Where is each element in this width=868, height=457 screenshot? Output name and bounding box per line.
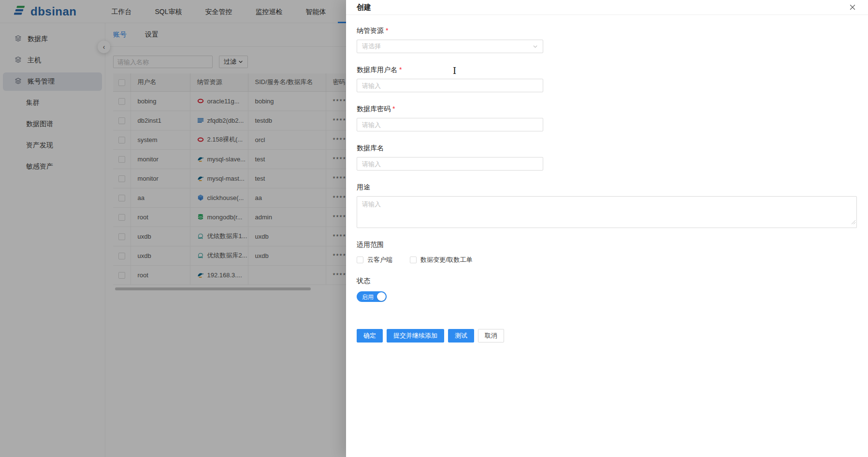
- db-username-input[interactable]: [357, 79, 543, 92]
- checkbox-label: 云客户端: [367, 256, 392, 264]
- scope-label: 适用范围: [357, 241, 856, 249]
- status-toggle-text: 启用: [362, 293, 374, 301]
- app-root: dbsinan 工作台SQL审核安全管控监控巡检智能体资产 数据库主机账号管理集…: [0, 0, 868, 457]
- checkbox-label: 数据变更/取数工单: [420, 256, 473, 264]
- drawer-header: 创建: [346, 0, 868, 15]
- create-drawer: 创建 纳管资源* 请选择 数: [346, 0, 868, 457]
- field-db-name: 数据库名: [357, 144, 856, 171]
- field-label: 数据库用户名*: [357, 66, 856, 74]
- scope-option-数据变更/取数工单: 数据变更/取数工单: [410, 256, 473, 264]
- 测试-button[interactable]: 测试: [448, 329, 474, 343]
- required-asterisk: *: [392, 105, 395, 113]
- db-password-input[interactable]: [357, 118, 543, 131]
- 提交并继续添加-button[interactable]: 提交并继续添加: [387, 329, 444, 343]
- managed-resource-select[interactable]: 请选择: [357, 40, 543, 53]
- checkbox[interactable]: [357, 257, 363, 263]
- status-toggle[interactable]: 启用: [357, 291, 387, 302]
- checkbox[interactable]: [410, 257, 417, 263]
- 取消-button[interactable]: 取消: [478, 329, 504, 343]
- select-placeholder: 请选择: [362, 42, 381, 51]
- field-status: 状态 启用: [357, 277, 856, 302]
- 确定-button[interactable]: 确定: [357, 329, 383, 343]
- db-name-input[interactable]: [357, 157, 543, 171]
- required-asterisk: *: [399, 66, 402, 73]
- drawer-body: 纳管资源* 请选择 数据库用户名* 数据库密码*: [346, 15, 868, 343]
- toggle-knob: [377, 292, 386, 301]
- field-label: 数据库名: [357, 144, 856, 153]
- field-managed-resource: 纳管资源* 请选择: [357, 27, 856, 53]
- field-label: 纳管资源*: [357, 27, 856, 35]
- field-purpose: 用途: [357, 183, 856, 228]
- drawer-mask[interactable]: [0, 0, 346, 457]
- close-icon[interactable]: [849, 3, 856, 11]
- chevron-down-icon: [533, 44, 538, 49]
- scope-option-云客户端: 云客户端: [357, 256, 392, 264]
- field-label: 数据库密码*: [357, 105, 856, 114]
- field-db-password: 数据库密码*: [357, 105, 856, 131]
- required-asterisk: *: [386, 27, 388, 34]
- purpose-textarea[interactable]: [357, 196, 857, 228]
- field-scope: 适用范围 云客户端数据变更/取数工单: [357, 241, 856, 264]
- drawer-footer: 确定提交并继续添加测试取消: [357, 329, 856, 343]
- drawer-title: 创建: [357, 3, 371, 12]
- field-label: 用途: [357, 183, 856, 192]
- field-db-username: 数据库用户名*: [357, 66, 856, 92]
- scope-options: 云客户端数据变更/取数工单: [357, 256, 856, 264]
- status-label: 状态: [357, 277, 856, 286]
